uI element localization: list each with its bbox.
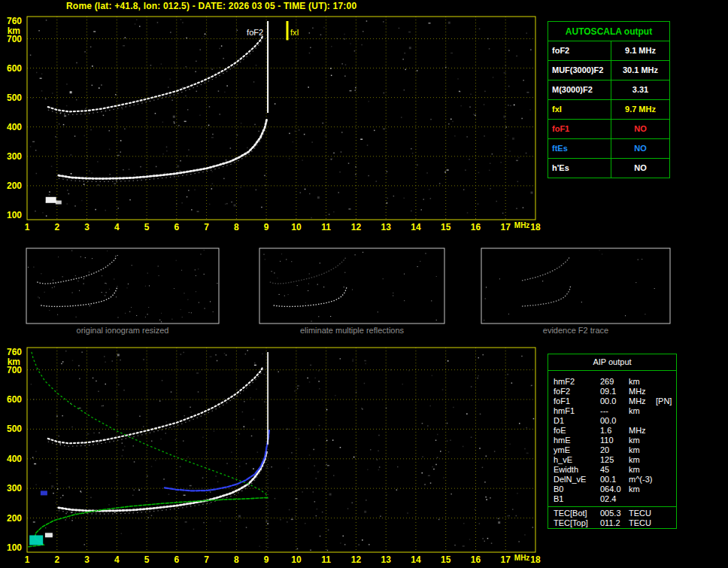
autoscala-param-value: 9.1 MHz xyxy=(611,41,669,60)
x-tick-label: 17 xyxy=(501,222,511,232)
x-tick-label: 12 xyxy=(351,554,362,565)
aip-row: D100.0 xyxy=(554,416,676,426)
multiple-reflection-trace xyxy=(48,366,263,443)
x-axis-unit-label: MHz xyxy=(514,221,530,229)
aip-value: 20 xyxy=(600,445,629,455)
x-tick-label: 15 xyxy=(441,222,451,232)
plot-border xyxy=(27,348,535,552)
autoscala-row: MUF(3000)F230.1 MHz xyxy=(548,61,669,80)
aip-value: 011.2 xyxy=(600,518,629,528)
aip-table: hmF2269kmfoF209.1MHzfoF100.0MHz[PN]hmF1-… xyxy=(548,371,676,504)
aip-note xyxy=(656,445,676,455)
autoscala-param-value: NO xyxy=(611,139,669,158)
autoscala-row: fxI9.7 MHz xyxy=(548,100,669,120)
y-tick-label: 400 xyxy=(7,122,22,132)
aip-value: --- xyxy=(600,406,629,416)
autoscala-row: M(3000)F23.31 xyxy=(548,80,669,100)
thumbnail-border xyxy=(259,248,444,323)
aip-name: B1 xyxy=(554,494,600,504)
x-tick-label: 7 xyxy=(204,222,209,232)
y-tick-label: 500 xyxy=(7,93,22,103)
x-tick-label: 17 xyxy=(501,554,511,565)
autoscala-param-value: NO xyxy=(611,120,669,138)
aip-unit xyxy=(629,494,656,504)
y-tick-label: 760 xyxy=(7,347,22,357)
y-tick-label: 200 xyxy=(7,181,22,191)
y-axis-unit-label: km xyxy=(8,26,20,36)
aip-row: h_vE125km xyxy=(554,455,676,465)
aip-name: h_vE xyxy=(554,455,600,465)
aip-name: ymE xyxy=(554,445,600,455)
aip-name: Ewidth xyxy=(554,465,600,475)
aip-note xyxy=(656,426,676,436)
x-tick-label: 10 xyxy=(291,554,302,565)
x-tick-label: 11 xyxy=(321,554,331,565)
x-tick-label: 2 xyxy=(54,554,59,565)
y-tick-label: 100 xyxy=(7,210,22,220)
aip-name: DelN_vE xyxy=(554,475,600,484)
aip-row: foF100.0MHz[PN] xyxy=(554,396,676,406)
aip-note xyxy=(656,518,676,528)
autoscala-param-label: foF2 xyxy=(548,41,611,60)
aip-value: 005.3 xyxy=(600,509,629,518)
aip-unit: km xyxy=(629,484,656,494)
thumbnail-caption-original: original ionogram resized xyxy=(26,326,219,335)
f2-trace xyxy=(59,451,267,511)
aip-unit: km xyxy=(629,406,656,416)
noise-cluster xyxy=(46,197,56,203)
aip-name: hmF2 xyxy=(554,377,600,387)
x-tick-label: 2 xyxy=(54,222,59,232)
autoscala-app-screen: Rome (lat: +41.8, lon: 012.5) - DATE: 20… xyxy=(0,0,728,568)
x-tick-label: 9 xyxy=(264,222,269,232)
tec-row: TEC[Bot]005.3TECU xyxy=(554,509,676,518)
x-tick-label: 5 xyxy=(144,222,150,232)
thumbnail-caption-evidence: evidence F2 trace xyxy=(481,326,670,335)
autoscala-param-value: 30.1 MHz xyxy=(611,61,669,80)
autoscala-param-value: 9.7 MHz xyxy=(611,100,669,119)
autoscala-param-label: fxI xyxy=(548,100,611,119)
annotation-fxI: fxI xyxy=(290,28,299,37)
aip-name: B0 xyxy=(554,484,600,494)
aip-row: foF209.1MHz xyxy=(554,387,676,396)
aip-value: 09.1 xyxy=(600,387,629,396)
x-tick-label: 15 xyxy=(441,554,451,565)
x-tick-label: 12 xyxy=(351,222,362,232)
aip-output-panel: AIP output hmF2269kmfoF209.1MHzfoF100.0M… xyxy=(548,354,677,529)
profile-topside xyxy=(32,352,266,494)
aip-name: foF2 xyxy=(554,387,600,396)
tec-section: TEC[Bot]005.3TECUTEC[Top]011.2TECU xyxy=(548,506,676,530)
aip-name: foE xyxy=(554,426,600,436)
autoscala-table: foF29.1 MHzMUF(3000)F230.1 MHzM(3000)F23… xyxy=(548,41,669,178)
aip-value: 110 xyxy=(600,436,629,445)
x-tick-label: 11 xyxy=(321,222,331,232)
x-tick-label: 3 xyxy=(84,554,89,565)
y-tick-label: 300 xyxy=(7,483,22,494)
x-tick-label: 18 xyxy=(530,222,541,232)
autoscala-output-panel: AUTOSCALA output foF29.1 MHzMUF(3000)F23… xyxy=(548,21,670,178)
autoscala-row: foF29.1 MHz xyxy=(548,41,669,61)
x-tick-label: 1 xyxy=(25,554,30,565)
x-tick-label: 14 xyxy=(411,554,421,565)
aip-row: foE1.6MHz xyxy=(554,426,676,436)
aip-row: DelN_vE00.1m^(-3) xyxy=(554,475,676,484)
autoscala-param-value: NO xyxy=(611,159,669,178)
aip-unit xyxy=(629,416,656,426)
aip-name: D1 xyxy=(554,416,600,426)
aip-note xyxy=(656,406,676,416)
aip-value: 02.4 xyxy=(600,494,629,504)
aip-note xyxy=(656,465,676,475)
aip-unit: MHz xyxy=(629,426,656,436)
x-tick-label: 6 xyxy=(174,554,179,565)
x-tick-label: 5 xyxy=(144,554,150,565)
aip-unit: TECU xyxy=(629,518,656,528)
y-axis-unit-label: km xyxy=(8,357,20,367)
top-ionogram-plot: foF2fxI123456789101112131415161718100200… xyxy=(7,16,541,232)
aip-row: ymE20km xyxy=(554,445,676,455)
autoscala-row: foF1NO xyxy=(548,120,669,139)
aip-row: hmF1---km xyxy=(554,406,676,416)
tec-row: TEC[Top]011.2TECU xyxy=(554,518,676,528)
x-tick-label: 1 xyxy=(25,222,30,232)
aip-name: hmE xyxy=(554,436,600,445)
noise-cluster xyxy=(45,533,53,537)
annotation-foF2: foF2 xyxy=(247,28,263,37)
